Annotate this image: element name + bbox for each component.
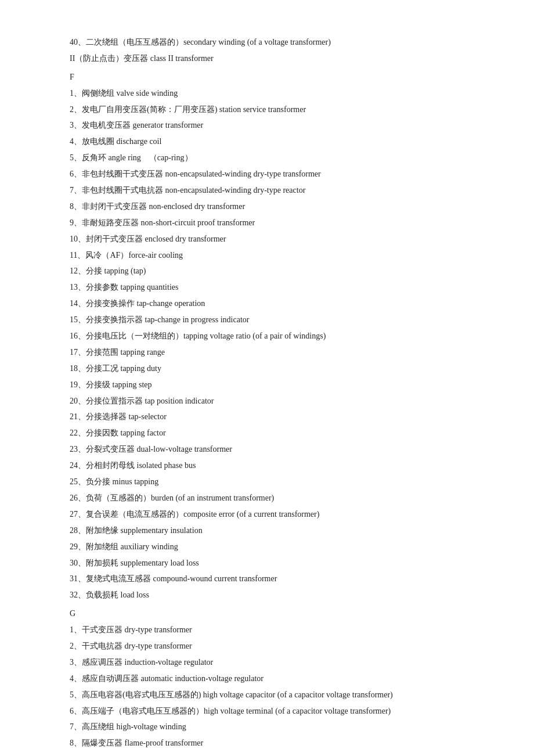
line-F18: 18、分接工况 tapping duty bbox=[70, 361, 476, 376]
line-F21: 21、分接选择器 tap-selector bbox=[70, 409, 476, 424]
content-container: 40、二次绕组（电压互感器的）secondary winding (of a v… bbox=[70, 35, 476, 751]
line-F20: 20、分接位置指示器 tap position indicator bbox=[70, 394, 476, 409]
line-G-header: G bbox=[70, 606, 476, 621]
line-G4: 4、感应自动调压器 automatic induction-voltage re… bbox=[70, 671, 476, 686]
line-F5: 5、反角环 angle ring （cap-ring） bbox=[70, 150, 476, 165]
line-F1: 1、阀侧绕组 valve side winding bbox=[70, 86, 476, 101]
line-F32: 32、负载损耗 load loss bbox=[70, 588, 476, 603]
line-G7: 7、高压绕组 high-voltage winding bbox=[70, 719, 476, 735]
line-F7: 7、非包封线圈干式电抗器 non-encapsulated-winding dr… bbox=[70, 183, 476, 198]
line-F10: 10、封闭干式变压器 enclosed dry transformer bbox=[70, 232, 476, 247]
line-G3: 3、感应调压器 induction-voltage regulator bbox=[70, 655, 476, 670]
line-F8: 8、非封闭干式变压器 non-enclosed dry transformer bbox=[70, 199, 476, 214]
line-F-header: F bbox=[70, 70, 476, 85]
line-G8: 8、隔爆变压器 flame-proof transformer bbox=[70, 736, 476, 751]
line-F25: 25、负分接 minus tapping bbox=[70, 474, 476, 489]
line-F11: 11、风冷（AF）force-air cooling bbox=[70, 248, 476, 263]
line-F31: 31、复绕式电流互感器 compound-wound current trans… bbox=[70, 571, 476, 586]
line-F9: 9、非耐短路变压器 non-short-circuit proof transf… bbox=[70, 215, 476, 231]
line-F4: 4、放电线圈 discharge coil bbox=[70, 134, 476, 149]
line-F27: 27、复合误差（电流互感器的）composite error (of a cur… bbox=[70, 507, 476, 522]
line-40-f-secondary: 40、二次绕组（电压互感器的）secondary winding (of a v… bbox=[70, 35, 476, 50]
line-F3: 3、发电机变压器 generator transformer bbox=[70, 118, 476, 133]
line-G5: 5、高压电容器(电容式电压互感器的) high voltage capacito… bbox=[70, 687, 476, 703]
line-F2: 2、发电厂自用变压器(简称：厂用变压器) station service tra… bbox=[70, 102, 476, 117]
line-II-class: II（防止点击）变压器 class II transformer bbox=[70, 51, 476, 66]
line-F29: 29、附加绕组 auxiliary winding bbox=[70, 539, 476, 555]
line-F26: 26、负荷（互感器的）burden (of an instrument tran… bbox=[70, 491, 476, 506]
line-F19: 19、分接级 tapping step bbox=[70, 377, 476, 393]
line-F14: 14、分接变换操作 tap-change operation bbox=[70, 296, 476, 311]
line-F16: 16、分接电压比（一对绕组的）tapping voltage ratio (of… bbox=[70, 329, 476, 344]
line-F23: 23、分裂式变压器 dual-low-voltage transformer bbox=[70, 442, 476, 457]
line-G2: 2、干式电抗器 dry-type transformer bbox=[70, 639, 476, 654]
line-F15: 15、分接变换指示器 tap-change in progress indica… bbox=[70, 312, 476, 327]
line-F22: 22、分接因数 tapping factor bbox=[70, 426, 476, 441]
line-F6: 6、非包封线圈干式变压器 non-encapsulated-winding dr… bbox=[70, 167, 476, 182]
line-G1: 1、干式变压器 dry-type transformer bbox=[70, 622, 476, 638]
line-F28: 28、附加绝缘 supplementary insulation bbox=[70, 523, 476, 538]
line-F13: 13、分接参数 tapping quantities bbox=[70, 280, 476, 295]
line-F30: 30、附加损耗 supplementary load loss bbox=[70, 556, 476, 571]
line-F12: 12、分接 tapping (tap) bbox=[70, 264, 476, 279]
line-F24: 24、分相封闭母线 isolated phase bus bbox=[70, 458, 476, 473]
line-F17: 17、分接范围 tapping range bbox=[70, 345, 476, 360]
line-G6: 6、高压端子（电容式电压互感器的）high voltage terminal (… bbox=[70, 704, 476, 719]
